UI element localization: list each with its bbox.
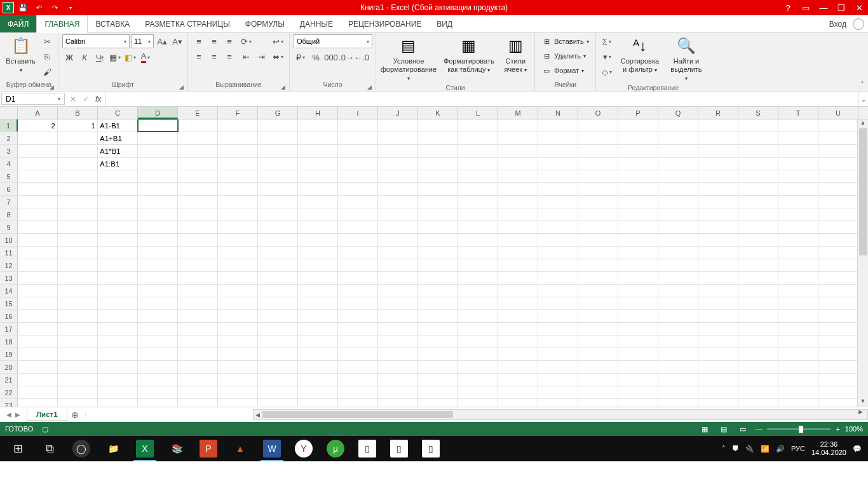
- column-header[interactable]: R: [698, 107, 738, 119]
- format-painter-icon[interactable]: 🖌: [40, 65, 54, 79]
- row-header[interactable]: 11: [0, 247, 18, 259]
- cell[interactable]: [658, 272, 698, 284]
- cell[interactable]: [578, 170, 618, 182]
- cell[interactable]: [18, 145, 58, 157]
- cell[interactable]: [298, 221, 338, 233]
- column-header[interactable]: S: [738, 107, 778, 119]
- cell[interactable]: [58, 399, 98, 407]
- cell[interactable]: [378, 170, 418, 182]
- row-header[interactable]: 8: [0, 208, 18, 220]
- cell[interactable]: [338, 234, 378, 246]
- cell[interactable]: [578, 272, 618, 284]
- cell[interactable]: [538, 221, 578, 233]
- cell[interactable]: [578, 374, 618, 386]
- cell[interactable]: [578, 183, 618, 195]
- cell[interactable]: [538, 297, 578, 309]
- cell[interactable]: [698, 310, 738, 322]
- cell[interactable]: [338, 297, 378, 309]
- cell[interactable]: [578, 297, 618, 309]
- cell[interactable]: [578, 132, 618, 144]
- cell[interactable]: [258, 119, 298, 132]
- cell[interactable]: [378, 348, 418, 360]
- cell[interactable]: [618, 132, 658, 144]
- cell[interactable]: [338, 196, 378, 208]
- taskbar-app-browser[interactable]: Y: [288, 436, 319, 461]
- cell[interactable]: [338, 183, 378, 195]
- cell[interactable]: [18, 234, 58, 246]
- cell[interactable]: [618, 386, 658, 398]
- cell[interactable]: [578, 247, 618, 259]
- cell[interactable]: [178, 183, 218, 195]
- cell[interactable]: [498, 386, 538, 398]
- cell[interactable]: [818, 221, 858, 233]
- cell[interactable]: [698, 145, 738, 157]
- cell[interactable]: [698, 386, 738, 398]
- cell[interactable]: [178, 247, 218, 259]
- taskbar-app-utorrent[interactable]: μ: [320, 436, 351, 461]
- cell[interactable]: [18, 247, 58, 259]
- cell[interactable]: [378, 374, 418, 386]
- cell[interactable]: [98, 297, 138, 309]
- taskbar-app-excel[interactable]: X: [130, 436, 160, 461]
- cell[interactable]: [778, 221, 818, 233]
- cell[interactable]: [658, 323, 698, 335]
- cell[interactable]: [618, 119, 658, 132]
- column-header[interactable]: I: [338, 107, 378, 119]
- cell[interactable]: [218, 323, 258, 335]
- cell[interactable]: [698, 285, 738, 297]
- clear-icon[interactable]: ◇: [600, 65, 614, 79]
- format-cells-button[interactable]: ▭Формат ▾: [539, 64, 587, 78]
- cell[interactable]: [418, 361, 458, 373]
- cell[interactable]: [218, 336, 258, 348]
- row-header[interactable]: 20: [0, 361, 18, 373]
- cell[interactable]: [258, 247, 298, 259]
- task-view-icon[interactable]: ⧉: [34, 436, 65, 461]
- cell[interactable]: [138, 259, 178, 271]
- cell[interactable]: [18, 336, 58, 348]
- cell[interactable]: [298, 158, 338, 170]
- tab-вставка[interactable]: ВСТАВКА: [88, 15, 137, 32]
- number-format-combo[interactable]: Общий▾: [294, 34, 372, 48]
- cell[interactable]: [178, 196, 218, 208]
- font-name-combo[interactable]: Calibri▾: [62, 34, 130, 48]
- orientation-icon[interactable]: ⟳: [239, 34, 253, 48]
- cell[interactable]: [618, 272, 658, 284]
- cell[interactable]: [658, 234, 698, 246]
- cell[interactable]: [138, 158, 178, 170]
- cell[interactable]: [458, 297, 498, 309]
- cell[interactable]: [418, 272, 458, 284]
- taskbar-app-explorer[interactable]: 📁: [98, 436, 128, 461]
- cell[interactable]: [618, 158, 658, 170]
- cell[interactable]: [778, 386, 818, 398]
- cell[interactable]: [738, 361, 778, 373]
- cell[interactable]: [578, 285, 618, 297]
- column-header[interactable]: Q: [658, 107, 698, 119]
- cell[interactable]: [258, 361, 298, 373]
- cell[interactable]: [218, 361, 258, 373]
- cell[interactable]: [498, 208, 538, 220]
- cell[interactable]: [618, 259, 658, 271]
- cell[interactable]: [698, 234, 738, 246]
- cell[interactable]: [58, 285, 98, 297]
- cell[interactable]: [18, 272, 58, 284]
- cell[interactable]: [458, 285, 498, 297]
- cell[interactable]: [738, 183, 778, 195]
- cell[interactable]: [618, 310, 658, 322]
- cell[interactable]: [738, 119, 778, 132]
- cell[interactable]: [258, 272, 298, 284]
- cell[interactable]: [58, 247, 98, 259]
- cell[interactable]: [658, 145, 698, 157]
- cell[interactable]: [298, 272, 338, 284]
- zoom-out-icon[interactable]: —: [755, 425, 762, 433]
- tab-разметка страницы[interactable]: РАЗМЕТКА СТРАНИЦЫ: [137, 15, 238, 32]
- cell[interactable]: [618, 336, 658, 348]
- sheet-tab[interactable]: Лист1: [27, 409, 67, 421]
- taskbar-app-yandex[interactable]: ◯: [66, 436, 97, 461]
- cell[interactable]: [18, 132, 58, 144]
- cell[interactable]: [98, 272, 138, 284]
- cell[interactable]: [738, 297, 778, 309]
- cell[interactable]: [818, 183, 858, 195]
- cell[interactable]: [458, 158, 498, 170]
- cell[interactable]: [218, 221, 258, 233]
- cell[interactable]: [138, 297, 178, 309]
